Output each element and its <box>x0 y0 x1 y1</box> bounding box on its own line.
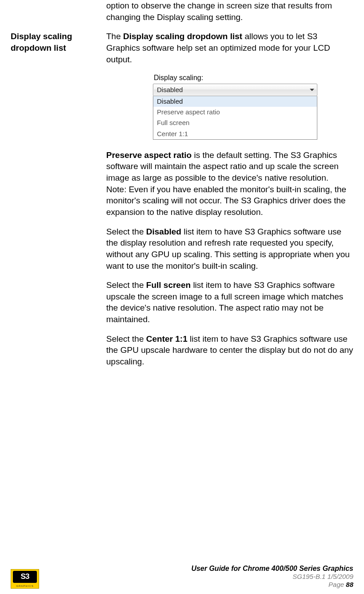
dropdown-label: Display scaling: <box>153 73 317 83</box>
intro-trailing-text: option to observe the change in screen s… <box>106 0 353 23</box>
footer-meta: SG195-B.1 1/5/2009 <box>191 573 353 581</box>
paragraph-disabled: Select the Disabled list item to have S3… <box>106 226 353 272</box>
section-intro-paragraph: The Display scaling dropdown list allows… <box>106 31 353 65</box>
text-fragment: The <box>106 32 123 41</box>
page-number: 88 <box>346 581 353 588</box>
dropdown-option[interactable]: Disabled <box>153 96 317 107</box>
bold-term: Disabled <box>146 227 181 236</box>
dropdown-option[interactable]: Center 1:1 <box>153 129 317 139</box>
text-fragment: Select the <box>106 334 146 343</box>
bold-term: Full screen <box>146 280 191 290</box>
paragraph-preserve-aspect: Preserve aspect ratio is the default set… <box>106 150 353 218</box>
chevron-down-icon <box>310 89 314 91</box>
bold-term: Center 1:1 <box>146 334 188 343</box>
paragraph-full-screen: Select the Full screen list item to have… <box>106 279 353 325</box>
text-fragment: Select the <box>106 227 146 236</box>
dropdown-list: Disabled Preserve aspect ratio Full scre… <box>153 96 317 140</box>
dropdown-select[interactable]: Disabled <box>153 84 317 96</box>
text-fragment: Select the <box>106 280 146 290</box>
page-footer: S3 GRAPHICS User Guide for Chrome 400/50… <box>11 564 353 589</box>
bold-term: Preserve aspect ratio <box>106 150 192 160</box>
s3-logo: S3 GRAPHICS <box>11 569 39 589</box>
bold-term: Display scaling dropdown list <box>123 32 242 41</box>
footer-page: Page 88 <box>191 581 353 589</box>
dropdown-option[interactable]: Preserve aspect ratio <box>153 107 317 117</box>
section-heading: Display scaling dropdown list <box>11 31 106 53</box>
paragraph-center: Select the Center 1:1 list item to have … <box>106 333 353 368</box>
footer-title: User Guide for Chrome 400/500 Series Gra… <box>191 564 353 573</box>
dropdown-selected-value: Disabled <box>157 85 183 94</box>
dropdown-screenshot: Display scaling: Disabled Disabled Prese… <box>153 73 317 140</box>
dropdown-option[interactable]: Full screen <box>153 117 317 128</box>
logo-subtext: GRAPHICS <box>11 584 39 588</box>
note-text: Note: Even if you have enabled the monit… <box>106 185 346 217</box>
logo-text: S3 <box>13 571 37 583</box>
page-label: Page <box>328 581 346 588</box>
